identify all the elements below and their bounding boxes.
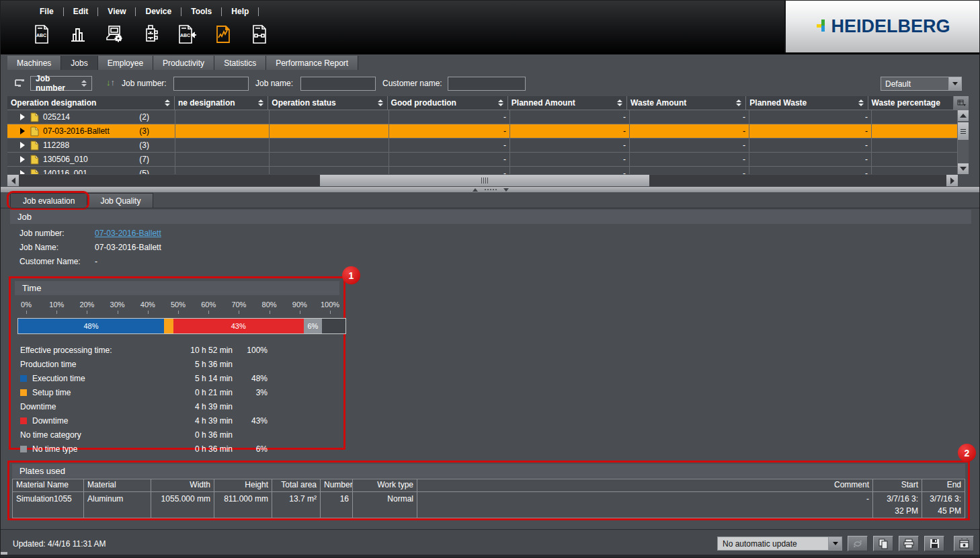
expand-arrow-icon[interactable] — [20, 142, 25, 149]
tab-job-evaluation[interactable]: Job evaluation — [10, 193, 87, 208]
col-planned-amount[interactable]: Planned Amount — [508, 96, 627, 110]
view-preset-dropdown[interactable]: Default — [881, 77, 962, 91]
col-good-production[interactable]: Good production — [388, 96, 508, 110]
scroll-left-button[interactable] — [7, 175, 19, 186]
bar-segment-execution-time: 48% — [18, 319, 164, 333]
pane-splitter[interactable] — [1, 187, 980, 192]
time-row-label: Downtime — [11, 402, 165, 411]
expand-arrow-icon[interactable] — [20, 156, 25, 163]
dropdown-arrow-icon[interactable] — [948, 77, 961, 90]
status-bar: Updated: 4/4/16 11:31 AM No automatic up… — [1, 529, 980, 555]
job-number-cell-text: 140116_001 — [43, 169, 87, 174]
performance-report-icon[interactable] — [213, 24, 233, 45]
col-waste-amount[interactable]: Waste Amount — [627, 96, 746, 110]
horizontal-scroll-thumb[interactable] — [320, 175, 649, 186]
table-row[interactable]: 140116_001(5)---- — [7, 167, 969, 174]
col-label: Good production — [391, 98, 456, 108]
table-cell: - — [749, 167, 872, 174]
annotation-badge-2: 2 — [958, 444, 976, 462]
column-config-button[interactable] — [954, 96, 969, 110]
horizontal-scroll-track[interactable] — [19, 175, 946, 186]
plate-comment: - — [417, 492, 873, 518]
bar-chart-report-icon[interactable] — [68, 24, 88, 45]
col-waste-percentage[interactable]: Waste percentage — [868, 96, 954, 110]
job-name-input[interactable] — [300, 77, 376, 91]
text-report-icon[interactable]: ABC — [32, 24, 52, 45]
splitter-down-icon[interactable] — [503, 188, 509, 192]
menu-device[interactable]: Device — [136, 7, 181, 16]
scroll-down-button[interactable] — [958, 163, 969, 174]
operation-designation-cell: 130506_010(7) — [7, 153, 175, 167]
report-import-icon[interactable]: ABC — [177, 24, 197, 45]
table-row[interactable]: 025214(2)---- — [7, 110, 969, 124]
menu-help[interactable]: Help — [222, 7, 258, 16]
plate-material-name: Simulation1055 — [13, 492, 84, 518]
customer-name-input[interactable] — [448, 77, 526, 91]
tab-employee[interactable]: Employee — [98, 56, 153, 70]
tab-jobs[interactable]: Jobs — [61, 56, 97, 70]
table-cell: - — [389, 110, 510, 124]
time-scale-tick-mark — [239, 311, 239, 314]
time-detail-rows: Effective processing time:10 h 52 min100… — [11, 343, 343, 456]
scroll-right-button[interactable] — [946, 175, 958, 186]
tab-performance-report[interactable]: Performance Report — [266, 56, 358, 70]
view-preset-value: Default — [881, 79, 948, 89]
time-scale-tick-label: 50% — [171, 301, 186, 309]
print-button[interactable] — [899, 536, 919, 551]
tab-machines[interactable]: Machines — [7, 56, 61, 70]
col-machine-designation[interactable]: ne designation — [175, 96, 268, 110]
table-row[interactable]: 130506_010(7)---- — [7, 153, 969, 167]
save-button[interactable] — [924, 536, 944, 551]
sort-direction-icon[interactable]: ↓↑ — [106, 77, 115, 87]
expand-arrow-icon[interactable] — [20, 128, 25, 134]
expand-arrow-icon[interactable] — [20, 114, 25, 120]
window-bottom-edge — [1, 555, 980, 558]
toolbar: ABC ABC — [32, 24, 270, 45]
tab-job-quality[interactable]: Job Quality — [87, 193, 153, 208]
table-row[interactable]: 112288(3)---- — [7, 138, 969, 153]
time-row-value: 10 h 52 min — [165, 346, 233, 355]
job-number-link[interactable]: 07-03-2016-Ballett — [95, 229, 161, 238]
refresh-button[interactable] — [848, 536, 868, 551]
splitter-up-icon[interactable] — [473, 188, 478, 192]
splitter-grip[interactable] — [485, 189, 497, 190]
report-window-button[interactable] — [954, 536, 974, 551]
menu-view[interactable]: View — [98, 7, 135, 16]
time-row-label: Execution time — [32, 374, 85, 383]
annotation-badge-1: 1 — [342, 266, 360, 284]
tree-view-icon[interactable] — [14, 79, 25, 89]
menu-tools[interactable]: Tools — [181, 7, 221, 16]
table-cell: - — [389, 138, 510, 153]
time-row-label: Downtime — [32, 416, 68, 426]
vertical-scroll-thumb[interactable] — [958, 122, 969, 140]
col-operation-status[interactable]: Operation status — [268, 96, 387, 110]
table-row[interactable]: 07-03-2016-Ballett(3)---- — [7, 124, 969, 138]
job-number-input[interactable] — [173, 77, 249, 91]
menu-file[interactable]: File — [30, 7, 63, 16]
tab-statistics[interactable]: Statistics — [214, 56, 266, 70]
system-settings-icon[interactable] — [104, 24, 124, 45]
plate-work-type: Normal — [353, 492, 417, 518]
auto-update-dropdown[interactable]: No automatic update — [717, 536, 842, 551]
time-row-pct: 100% — [233, 346, 268, 355]
linked-data-report-icon[interactable] — [249, 24, 270, 45]
time-row-label: No time category — [11, 430, 165, 440]
col-operation-designation[interactable]: Operation designation — [7, 96, 175, 110]
time-scale-tick-label: 30% — [110, 301, 125, 309]
press-device-icon[interactable] — [140, 24, 161, 45]
time-stacked-bar: 48%43%6% — [17, 318, 346, 334]
operation-count: (7) — [139, 155, 149, 164]
dropdown-arrow-icon[interactable] — [828, 537, 842, 550]
time-scale-tick-label: 40% — [140, 301, 155, 309]
sort-icon — [165, 99, 170, 106]
sort-field-select[interactable]: Job number — [30, 76, 92, 91]
table-cell — [175, 167, 270, 174]
job-folder-icon — [30, 155, 39, 165]
copy-button[interactable] — [873, 536, 893, 551]
col-planned-waste[interactable]: Planned Waste — [746, 96, 868, 110]
scroll-up-button[interactable] — [958, 110, 969, 121]
col-label: Planned Amount — [512, 98, 575, 108]
menu-edit[interactable]: Edit — [64, 7, 98, 16]
tab-productivity[interactable]: Productivity — [153, 56, 214, 70]
expand-arrow-icon[interactable] — [20, 170, 25, 174]
